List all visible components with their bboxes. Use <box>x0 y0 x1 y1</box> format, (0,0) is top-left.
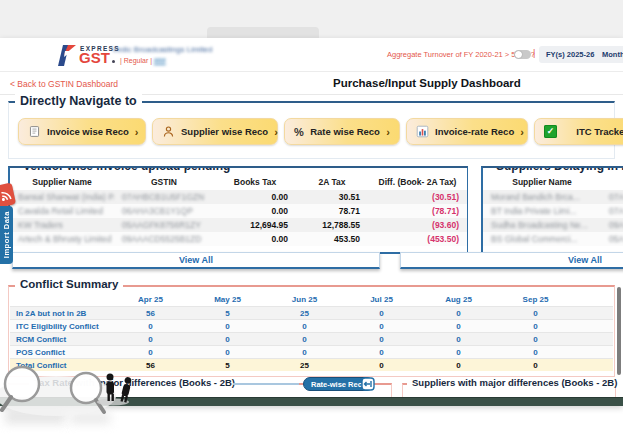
table-row[interactable]: Morand Bandich Brca... 07A <box>483 190 623 204</box>
shadow-smudge <box>70 412 110 424</box>
conflict-count[interactable]: 0 <box>420 322 497 331</box>
books-tax: 12,694.95 <box>214 220 296 230</box>
table-row[interactable]: Cavalda Retail Limited 06AHA3CB1Y1QP 0.0… <box>10 204 467 218</box>
vendor-view-all-link[interactable]: View All <box>12 252 380 269</box>
conflict-count[interactable]: 25 <box>266 361 343 370</box>
button-label: Invoice-rate Reco <box>435 126 514 137</box>
rate-wise-reco-button[interactable]: % Rate wise Reco › <box>284 118 400 145</box>
conflict-count[interactable]: 25 <box>266 309 343 318</box>
invoice-rate-reco-button[interactable]: Invoice-rate Reco › <box>406 118 528 145</box>
month-aug: Aug 25 <box>420 295 497 304</box>
table-row[interactable]: Bansal Shanwat (India) P... 07AHBCB1U5F1… <box>10 190 467 204</box>
navigate-buttons-row: Invoice wise Reco › Supplier wise Reco ›… <box>18 118 623 145</box>
conflict-count[interactable]: 0 <box>420 335 497 344</box>
itc-tracker-button[interactable]: ✓ ITC Tracker <box>534 118 623 145</box>
books-tax: 0.00 <box>214 234 296 244</box>
diff-value: (78.71) <box>368 206 467 216</box>
conflict-count[interactable]: 0 <box>343 348 420 357</box>
conflict-row[interactable]: In 2A but not in 2B 56 5 25 0 0 0 <box>10 306 613 319</box>
app-window: EXPRESS GST Vedic Broadcastings Limited … <box>0 38 623 406</box>
conflict-count[interactable]: 0 <box>343 322 420 331</box>
conflict-count[interactable]: 0 <box>343 309 420 318</box>
conflict-header-row: Apr 25 May 25 Jun 25 Jul 25 Aug 25 Sep 2… <box>10 293 613 306</box>
chevron-right-icon: › <box>274 126 278 138</box>
conflict-count[interactable]: 0 <box>112 348 189 357</box>
conflict-count[interactable]: 56 <box>112 361 189 370</box>
conflict-count[interactable]: 0 <box>497 348 574 357</box>
conflict-count[interactable]: 0 <box>497 322 574 331</box>
vertical-scrollbar[interactable] <box>617 287 621 375</box>
conflict-row[interactable]: ITC Eligibility Conflict 0 0 0 0 0 0 <box>10 319 613 332</box>
import-data-tab[interactable]: Import Data <box>0 206 13 264</box>
conflict-count[interactable]: 0 <box>497 361 574 370</box>
month-select[interactable]: Month(s) <box>595 46 623 63</box>
company-type: | Regular | <box>120 57 152 64</box>
col-supplier-name: Supplier Name <box>483 177 601 187</box>
gstin: 07AHBCB1U5F1GZN <box>114 192 214 202</box>
conflict-count[interactable]: 0 <box>343 361 420 370</box>
conflict-count[interactable]: 0 <box>497 309 574 318</box>
conflict-count[interactable]: 0 <box>189 348 266 357</box>
diff-value: (30.51) <box>368 192 467 202</box>
header-divider: | <box>533 48 535 58</box>
button-label: Supplier wise Reco <box>181 126 268 137</box>
supplier-icon <box>162 125 175 138</box>
month-jun: Jun 25 <box>266 295 343 304</box>
navigate-section-title: Directly Navigate to <box>15 94 142 108</box>
conflict-count[interactable]: 0 <box>112 335 189 344</box>
table-row[interactable]: BT India Private Limi... 07A <box>483 204 623 218</box>
conflict-count[interactable]: 0 <box>189 335 266 344</box>
conflict-count[interactable]: 0 <box>420 348 497 357</box>
aggregate-turnover-toggle[interactable] <box>514 50 531 59</box>
supplier-wise-reco-button[interactable]: Supplier wise Reco › <box>152 118 278 145</box>
company-link[interactable]: ### <box>154 57 166 64</box>
conflict-total-row[interactable]: Total Conflict 56 5 25 0 0 0 <box>10 358 613 371</box>
col-supplier-name: Supplier Name <box>10 177 114 187</box>
chevron-right-icon: › <box>135 126 139 138</box>
table-row[interactable]: KW Traders 05AAGFK8756R1ZY 12,694.95 12,… <box>10 218 467 232</box>
conflict-count[interactable]: 56 <box>112 309 189 318</box>
tax-2a: 12,788.55 <box>296 220 368 230</box>
conflict-count[interactable]: 0 <box>189 322 266 331</box>
col-gstin: GSTIN <box>114 177 214 187</box>
gstin-fragment: 07A <box>601 206 623 216</box>
supplier-name: KW Traders <box>10 220 114 230</box>
table-row[interactable]: Sudha Broadcasting Ne... 09A <box>483 218 623 232</box>
conflict-count[interactable]: 0 <box>266 335 343 344</box>
suppliers-table-body: Morand Bandich Brca... 07A BT India Priv… <box>483 190 623 246</box>
supplier-name: BT India Private Limi... <box>483 206 601 216</box>
conflict-count[interactable]: 0 <box>112 322 189 331</box>
navigate-arrow-icon[interactable] <box>361 377 375 391</box>
vendor-table-body: Bansal Shanwat (India) P... 07AHBCB1U5F1… <box>10 190 467 246</box>
button-label: Rate wise Reco <box>310 126 380 137</box>
button-label: ITC Tracker <box>576 126 623 137</box>
invoice-wise-reco-button[interactable]: Invoice wise Reco › <box>18 118 146 145</box>
import-data-label: Import Data <box>2 211 11 258</box>
conflict-count[interactable]: 0 <box>497 335 574 344</box>
conflict-count[interactable]: 5 <box>189 361 266 370</box>
diff-value: (453.50) <box>368 234 467 244</box>
gstin-fragment: 05A <box>601 234 623 244</box>
brand-gst: GST <box>79 51 110 65</box>
table-row[interactable]: BS Global Commerci... 05A <box>483 232 623 246</box>
conflict-row[interactable]: RCM Conflict 0 0 0 0 0 0 <box>10 332 613 345</box>
invoice-icon <box>28 125 41 138</box>
conflict-count[interactable]: 0 <box>266 348 343 357</box>
conflict-row[interactable]: POS Conflict 0 0 0 0 0 0 <box>10 345 613 358</box>
conflict-summary-title: Conflict Summary <box>15 278 123 290</box>
suppliers-view-all-link[interactable]: View All <box>400 252 623 269</box>
table-row[interactable]: Artech & Bhrusty Limited 09AAACD5525B1ZD… <box>10 232 467 246</box>
month-sep: Sep 25 <box>497 295 574 304</box>
conflict-count[interactable]: 0 <box>266 322 343 331</box>
books-tax: 0.00 <box>214 192 296 202</box>
back-to-gstin-dashboard-link[interactable]: < Back to GSTIN Dashboard <box>10 79 118 89</box>
gstin-fragment: 09A <box>601 220 623 230</box>
conflict-count[interactable]: 0 <box>420 361 497 370</box>
connector-line <box>233 383 299 385</box>
conflict-count[interactable]: 0 <box>343 335 420 344</box>
tax-2a: 30.51 <box>296 192 368 202</box>
directly-navigate-section: Directly Navigate to Invoice wise Reco › <box>8 101 615 159</box>
conflict-count[interactable]: 5 <box>189 309 266 318</box>
month-apr: Apr 25 <box>112 295 189 304</box>
conflict-count[interactable]: 0 <box>420 309 497 318</box>
